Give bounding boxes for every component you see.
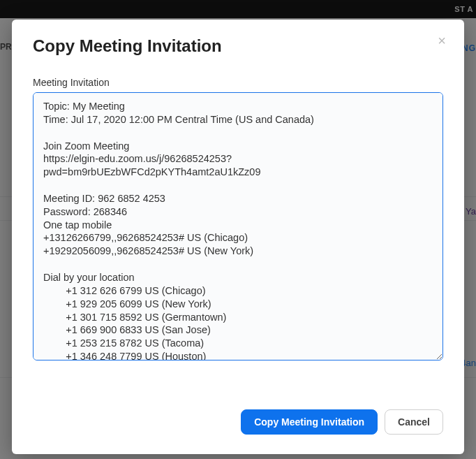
invitation-label: Meeting Invitation: [33, 77, 443, 88]
cancel-button[interactable]: Cancel: [385, 409, 443, 435]
invitation-textarea[interactable]: [33, 92, 443, 360]
copy-invitation-modal: Copy Meeting Invitation × Meeting Invita…: [12, 20, 464, 454]
copy-invitation-button[interactable]: Copy Meeting Invitation: [241, 409, 378, 435]
close-button[interactable]: ×: [433, 32, 450, 49]
modal-body: Meeting Invitation: [12, 61, 464, 397]
modal-footer: Copy Meeting Invitation Cancel: [12, 397, 464, 454]
modal-title: Copy Meeting Invitation: [33, 36, 443, 56]
close-icon: ×: [438, 34, 446, 48]
modal-header: Copy Meeting Invitation ×: [12, 20, 464, 61]
invitation-field-wrap: [33, 92, 443, 390]
